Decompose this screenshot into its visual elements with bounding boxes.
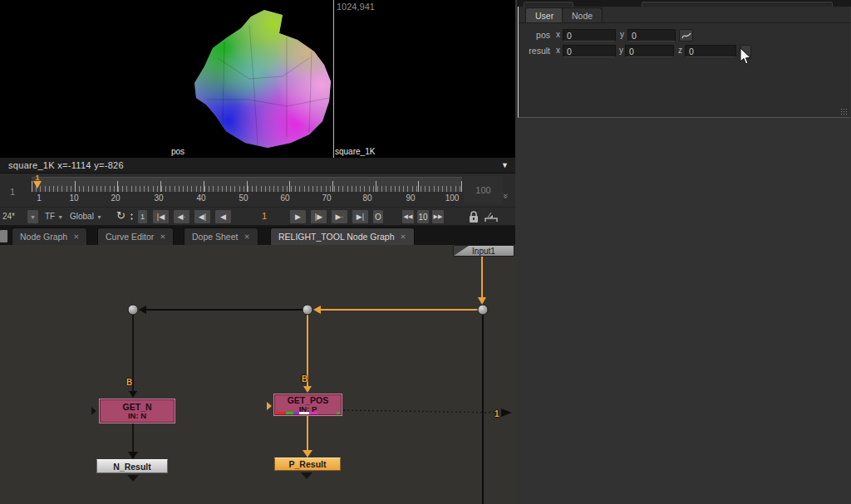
- tick-label: 10: [69, 193, 78, 203]
- close-icon[interactable]: ✕: [160, 232, 165, 241]
- tab-label: Curve Editor: [106, 232, 154, 242]
- arrowhead: [129, 391, 137, 398]
- viewer-status-text: square_1K x=-1114 y=-826: [8, 160, 124, 170]
- close-icon[interactable]: ✕: [73, 232, 79, 241]
- frame-increment-button[interactable]: 1: [137, 209, 148, 224]
- result-z-field[interactable]: [685, 45, 736, 57]
- node-get-pos[interactable]: GET_POS IN: P: [273, 394, 342, 416]
- go-to-end-button[interactable]: ▶|: [352, 209, 369, 224]
- result-extra-button[interactable]: [740, 45, 751, 57]
- dot-node-middle[interactable]: [303, 305, 312, 315]
- pane-divider-stub[interactable]: [0, 230, 7, 242]
- tick-label: 1: [37, 193, 42, 203]
- node-input1[interactable]: Input1: [453, 245, 514, 257]
- node-graph-canvas[interactable]: Input1 B B 1 GET_N IN: N GET_POS IN: P: [0, 245, 515, 504]
- channel-green-dot: [337, 412, 340, 414]
- viewer-format-label: square_1K: [335, 147, 375, 156]
- node-title: GET_N: [122, 403, 151, 412]
- tab-dope-sheet[interactable]: Dope Sheet ✕: [184, 228, 258, 245]
- result-knob-label: result: [519, 46, 550, 56]
- step-forward-button[interactable]: |▶: [310, 209, 327, 224]
- channel-red: [276, 412, 286, 414]
- prev-keyframe-button[interactable]: ◀·: [173, 209, 190, 224]
- channel-magenta: [309, 412, 317, 414]
- tick-label: 90: [406, 193, 415, 203]
- panel-resize-grip[interactable]: [840, 108, 848, 115]
- properties-panel: User Node pos x y result x y z: [518, 7, 850, 118]
- left-pane: 1024,941 pos square_1K square_1K x=-1114…: [0, 0, 515, 504]
- tick-label: 50: [239, 193, 248, 203]
- play-backward-button[interactable]: ◀: [214, 209, 232, 224]
- fps-label[interactable]: 24*: [2, 212, 15, 221]
- skip-forward-button[interactable]: ▶▶: [431, 209, 445, 224]
- channel-green: [286, 412, 293, 414]
- node-get-n[interactable]: GET_N IN: N: [99, 399, 175, 423]
- arrowhead: [478, 297, 486, 305]
- tab-node-graph[interactable]: Node Graph ✕: [12, 228, 87, 245]
- side-input-arrow-icon[interactable]: [91, 407, 96, 415]
- node-p-result[interactable]: P_Result: [274, 458, 341, 471]
- collapse-timeline-icon[interactable]: »: [501, 193, 511, 197]
- content-tab-bar: Node Graph ✕ Curve Editor ✕ Dope Sheet ✕…: [0, 226, 515, 245]
- loop-playback-icon[interactable]: ↻: [116, 209, 125, 222]
- separator-dots-icon: [130, 213, 133, 221]
- lock-icon[interactable]: [469, 211, 479, 223]
- timeline-range-start[interactable]: 1: [10, 187, 15, 197]
- timeline-ruler[interactable]: [32, 177, 462, 192]
- properties-tab-node[interactable]: Node: [562, 7, 603, 22]
- animation-menu-button[interactable]: [679, 29, 693, 42]
- arrowhead: [128, 452, 138, 459]
- output-stub-icon[interactable]: [301, 472, 312, 479]
- viewer-status-bar: square_1K x=-1114 y=-826 ▼: [0, 158, 515, 174]
- pos-y-field[interactable]: [627, 29, 676, 42]
- skip-back-button[interactable]: ◀◀: [401, 209, 415, 224]
- flipbook-render-icon[interactable]: [485, 212, 498, 223]
- timeline-range-end[interactable]: 100: [464, 176, 503, 204]
- go-to-start-button[interactable]: |◀: [152, 209, 170, 224]
- node-subtitle: IN: N: [128, 412, 146, 420]
- tf-dropdown[interactable]: TF▼: [45, 212, 63, 221]
- close-icon[interactable]: ✕: [243, 232, 249, 241]
- edge-hidden-input-dotted[interactable]: [343, 410, 500, 413]
- loop-mode-button[interactable]: O: [372, 209, 384, 224]
- skip-amount-button[interactable]: 10: [416, 209, 430, 224]
- dot-node-left[interactable]: [128, 305, 138, 315]
- timeline[interactable]: 1 1 10 20 30 40 50 60 70 80 90 100 1 100…: [0, 174, 515, 207]
- range-mode-dropdown[interactable]: Global▼: [70, 212, 102, 221]
- result-knob-row: result x y z: [519, 45, 850, 57]
- playhead-marker[interactable]: [33, 181, 42, 188]
- tick-label: 100: [445, 193, 460, 203]
- tab-curve-editor[interactable]: Curve Editor ✕: [97, 228, 174, 245]
- fps-dropdown-button[interactable]: ▼: [27, 209, 39, 224]
- edge-label-b: B: [302, 374, 307, 384]
- properties-tab-user[interactable]: User: [525, 7, 563, 22]
- tab-relight-tool-node-graph[interactable]: RELIGHT_TOOL Node Graph ✕: [270, 228, 415, 245]
- y-axis-label: y: [619, 46, 623, 55]
- node-graph-edges: [0, 245, 515, 504]
- node-n-result[interactable]: N_Result: [96, 459, 168, 473]
- result-y-field[interactable]: [625, 45, 674, 57]
- node-label: P_Result: [289, 459, 327, 469]
- result-x-field[interactable]: [563, 45, 616, 57]
- arrowhead: [303, 386, 312, 393]
- viewer-panel[interactable]: 1024,941 pos square_1K: [0, 0, 515, 158]
- arrowhead: [313, 306, 321, 314]
- dot-node-right[interactable]: [478, 305, 488, 315]
- pos-x-field[interactable]: [563, 29, 616, 42]
- step-back-button[interactable]: ◀|: [194, 209, 211, 224]
- play-forward-button[interactable]: ▶: [289, 209, 307, 224]
- toolbar-sliver: [517, 0, 851, 7]
- x-axis-label: x: [556, 46, 560, 55]
- tab-label: RELIGHT_TOOL Node Graph: [278, 232, 394, 242]
- edge-label-hidden-input: 1: [494, 409, 499, 418]
- close-icon[interactable]: ✕: [400, 232, 406, 241]
- arrowhead: [139, 306, 146, 314]
- channel-gap: [317, 412, 337, 414]
- output-stub-icon[interactable]: [127, 475, 139, 482]
- current-frame-display[interactable]: 1: [262, 211, 267, 221]
- side-input-arrow-icon[interactable]: [267, 402, 272, 410]
- tick-label: 20: [111, 193, 120, 203]
- node-label: Input1: [472, 247, 495, 256]
- next-keyframe-button[interactable]: ▶·: [331, 209, 348, 224]
- viewer-menu-arrow-icon[interactable]: ▼: [501, 161, 509, 169]
